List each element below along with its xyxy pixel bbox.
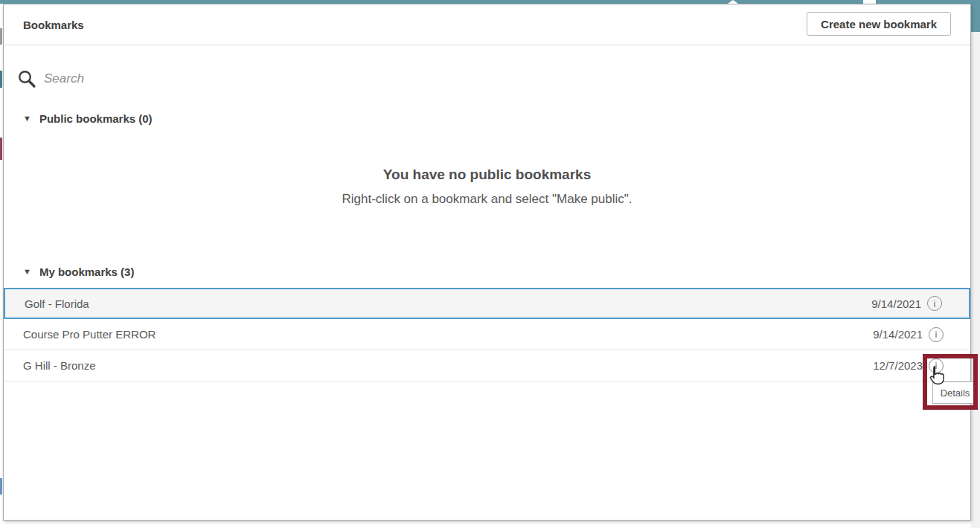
search-placeholder: Search: [44, 71, 84, 86]
create-new-bookmark-button[interactable]: Create new bookmark: [807, 12, 951, 36]
bookmark-list: Golf - Florida 9/14/2021 i Course Pro Pu…: [4, 288, 970, 381]
app-toolbar-right-edge: [971, 0, 980, 32]
bookmarks-popover: Bookmarks Create new bookmark Search ▼ P…: [3, 4, 971, 521]
bookmark-name: Golf - Florida: [25, 297, 871, 310]
empty-state-subtitle: Right-click on a bookmark and select "Ma…: [336, 190, 638, 208]
left-edge-sliver: [0, 71, 2, 88]
bookmark-row-golf-florida[interactable]: Golf - Florida 9/14/2021 i: [4, 288, 970, 319]
mouse-cursor-pointer: [928, 366, 948, 388]
app-window: Bookmarks Create new bookmark Search ▼ P…: [0, 0, 980, 528]
search-icon: [17, 69, 37, 89]
info-icon[interactable]: i: [927, 296, 942, 311]
collapse-triangle-icon: ▼: [23, 115, 31, 123]
bookmark-row-g-hill-bronze[interactable]: G Hill - Bronze 12/7/2023 i: [4, 350, 970, 381]
bookmark-date: 9/14/2021: [871, 297, 921, 310]
section-my-bookmarks[interactable]: ▼ My bookmarks (3): [4, 260, 970, 283]
left-edge-sliver: [0, 138, 2, 160]
bookmark-date: 9/14/2021: [873, 328, 923, 341]
bookmark-name: Course Pro Putter ERROR: [23, 328, 873, 341]
section-public-bookmarks[interactable]: ▼ Public bookmarks (0): [4, 107, 970, 129]
bookmark-row-course-pro-putter-error[interactable]: Course Pro Putter ERROR 9/14/2021 i: [4, 319, 970, 350]
popover-header: Bookmarks Create new bookmark: [4, 4, 970, 45]
bookmark-name: G Hill - Bronze: [23, 359, 873, 372]
empty-state-title: You have no public bookmarks: [4, 165, 970, 184]
search-input[interactable]: Search: [4, 62, 970, 95]
section-label: My bookmarks (3): [39, 265, 135, 278]
info-icon[interactable]: i: [929, 327, 944, 342]
left-edge-sliver: [0, 478, 2, 495]
left-edge-sliver: [0, 28, 2, 45]
page-title: Bookmarks: [23, 4, 84, 45]
collapse-triangle-icon: ▼: [23, 268, 31, 276]
popover-arrow: [728, 0, 738, 4]
public-bookmarks-empty-state: You have no public bookmarks Right-click…: [4, 165, 970, 208]
section-label: Public bookmarks (0): [39, 112, 153, 125]
app-background-right-edge: [971, 32, 980, 528]
bookmark-date: 12/7/2023: [873, 359, 923, 372]
